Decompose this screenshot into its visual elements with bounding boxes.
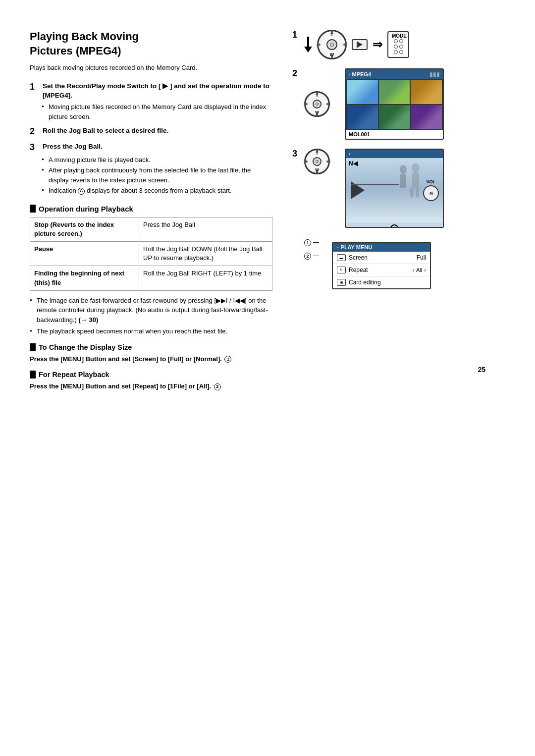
vol-dial-icon: ◎ [423, 185, 439, 201]
card-editing-label: Card editing [349, 279, 426, 286]
jog-dial-inner-1 [326, 39, 337, 50]
svg-rect-3 [416, 188, 419, 198]
mode-dot-3 [394, 45, 398, 49]
playback-header: ▪ [346, 150, 443, 158]
jog-dial-inner-2 [313, 100, 321, 108]
playback-content: VOL ◎ N◀ [346, 158, 443, 222]
svg-rect-1 [412, 173, 419, 188]
jog-notch-right [343, 44, 347, 46]
mode-box: MODE [387, 31, 409, 58]
play-menu-row-repeat: ↻ Repeat ‹ All › [333, 264, 430, 276]
vol-label: VOL [427, 179, 436, 184]
repeat-arrows: ‹ All › [412, 267, 426, 273]
arrow-left-icon: ‹ [412, 267, 414, 273]
mpeg4-thumb-2 [379, 80, 410, 104]
play-menu-row-card-editing: ▣ Card editing [333, 276, 430, 288]
left-column: Playing Back Moving Pictures (MPEG4) Pla… [30, 30, 287, 393]
rp-switch-icon [352, 39, 368, 50]
mpeg4-thumbnail-grid [346, 79, 443, 130]
arrow-right-icon: › [424, 267, 426, 273]
mpeg4-battery-icon: ▮▮▮ [429, 71, 440, 78]
mpeg4-thumb-1 [347, 80, 378, 104]
mode-dot-2 [399, 39, 403, 43]
step-3-bullets: A moving picture file is played back. Af… [42, 155, 272, 196]
extra-bullets-list: The image can be fast-forwarded or fast-… [30, 296, 272, 336]
page-number: 25 [478, 366, 485, 374]
play-menu-box: ▪ PLAY MENU ▬ Screen Full [332, 242, 431, 289]
card-menu-icon: ▣ [337, 279, 346, 286]
right-step-3: 3 [292, 149, 300, 159]
mode-dot-6 [399, 50, 403, 54]
svg-rect-2 [410, 188, 414, 198]
section-bar-display-icon [30, 343, 36, 351]
step-1-text: Set the Record/Play mode Switch to [ ▶ ]… [43, 82, 272, 101]
circle-a-indicator: A [390, 224, 398, 228]
extra-bullet-2: The playback speed becomes normal when y… [30, 326, 272, 336]
step-1-block: 1 Set the Record/Play mode Switch to [ ▶… [30, 82, 272, 122]
svg-rect-5 [400, 174, 406, 188]
step-2-text: Roll the Jog Ball to select a desired fi… [43, 126, 168, 136]
play-menu-row-screen: ▬ Screen Full [333, 252, 430, 264]
mode-dot-1 [394, 39, 398, 43]
vol-control: VOL ◎ [423, 179, 439, 201]
section-bar-icon [30, 205, 36, 213]
repeat-instruction: Press the [MENU] Button and set [Repeat]… [30, 381, 272, 391]
jog2-notch-top [316, 92, 318, 96]
jog2-w-label: W [315, 110, 319, 114]
jog-dial-2: T W [304, 91, 330, 117]
mpeg4-thumb-6 [411, 105, 442, 129]
table-cell-instruction-2: Roll the Jog Ball DOWN (Roll the Jog Bal… [139, 242, 272, 266]
circle-a-container: A [346, 224, 443, 228]
table-cell-action-1: Stop (Reverts to the index picture scree… [30, 217, 139, 241]
mode-label: MODE [392, 33, 407, 39]
jog3-notch-top [316, 149, 318, 153]
jog-notch-left [317, 44, 321, 46]
step-3-bullet-1: A moving picture file is played back. [42, 155, 272, 165]
right-column: 1 T [287, 30, 515, 393]
step-3-block: 3 Press the Jog Ball. A moving picture f… [30, 142, 272, 196]
jog3-notch-left [304, 161, 308, 162]
figure-silhouettes [388, 161, 428, 202]
step-3-text: Press the Jog Ball. [43, 142, 103, 152]
repeat-header: For Repeat Playback [30, 371, 272, 378]
mpeg4-header: ▪ MPEG4 ▮▮▮ [346, 69, 443, 79]
step-1-bullets: Moving picture files recorded on the Mem… [42, 102, 272, 121]
screen-menu-icon: ▬ [337, 254, 346, 261]
table-row: Finding the beginning of next (this) fil… [30, 266, 272, 290]
display-size-instruction: Press the [MENU] Button and set [Screen]… [30, 354, 272, 364]
step-3-bullet-3: Indication A displays for about 3 second… [42, 186, 272, 196]
mode-dot-4 [399, 45, 403, 49]
extra-bullet-1: The image can be fast-forwarded or fast-… [30, 296, 272, 325]
jog-dial-3: T W [304, 149, 330, 174]
svg-point-4 [400, 165, 407, 174]
repeat-label: Repeat [349, 267, 409, 273]
mpeg4-title: ▪ MPEG4 [349, 71, 371, 77]
mpeg4-screen: ▪ MPEG4 ▮▮▮ MOL001 [345, 68, 444, 140]
svg-point-0 [412, 163, 420, 173]
screen-label: Screen [349, 254, 414, 261]
mode-dot-5 [394, 50, 398, 54]
right-step-1: 1 [292, 30, 300, 40]
table-row: Stop (Reverts to the index picture scree… [30, 217, 272, 241]
table-cell-instruction-3: Roll the Jog Ball RIGHT (LEFT) by 1 time [139, 266, 272, 290]
operation-section-title: Operation during Playback [39, 205, 133, 213]
step2-illustration: T W ▪ MPEG4 [304, 68, 444, 140]
table-cell-action-2: Pause [30, 242, 139, 266]
step-2-number: 2 [30, 126, 40, 137]
progress-bar [351, 184, 399, 185]
repeat-menu-icon: ↻ [337, 267, 346, 273]
table-cell-action-3: Finding the beginning of next (this) fil… [30, 266, 139, 290]
section-bar-repeat-icon [30, 371, 36, 378]
repeat-value: All [416, 267, 422, 273]
play-menu-header: ▪ PLAY MENU [333, 243, 430, 252]
step-1-bullet-1: Moving picture files recorded on the Mem… [42, 102, 272, 121]
step-3-number: 3 [30, 142, 40, 153]
jog-dial-inner-3 [313, 157, 321, 166]
mpeg4-footer: MOL001 [346, 130, 443, 139]
step1-illustration: T W ⇒ [304, 30, 409, 59]
step-1-number: 1 [30, 82, 40, 93]
play-menu-title: PLAY MENU [341, 244, 373, 250]
operation-table: Stop (Reverts to the index picture scree… [30, 217, 272, 291]
jog-w-label: W [330, 52, 334, 57]
display-size-title: To Change the Display Size [39, 343, 132, 351]
